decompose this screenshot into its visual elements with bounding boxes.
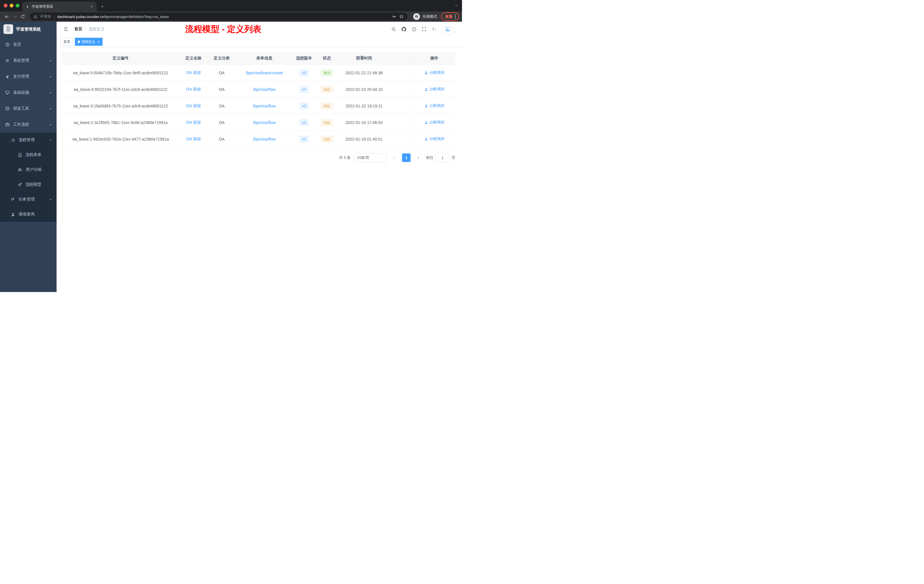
form-info-link[interactable]: /bpm/oa/flow [253,137,276,142]
sidebar-item-system-management[interactable]: 系统管理 [0,53,56,69]
url-text[interactable]: dashboard.yudao.iocoder.cn/bpm/manager/d… [57,15,389,19]
version-badge: v4 [299,86,309,93]
page-jump-input[interactable] [436,153,450,162]
prev-page-button[interactable] [390,153,399,162]
col-form-info: 表单信息 [236,52,293,64]
chevron-down-icon [49,91,52,94]
sidebar-item-task-management[interactable]: 任务管理 [0,192,56,207]
assign-rule-label: 分配规则 [429,87,444,92]
col-spacer [389,52,413,64]
breadcrumb-home[interactable]: 首页 [74,26,82,32]
sidebar-item-dev-tools[interactable]: 研发工具 [0,101,56,117]
user-avatar-menu[interactable] [442,24,457,35]
assign-rule-button[interactable]: 分配规则 [424,70,444,75]
page-size-select[interactable]: 10条/页 [354,153,386,162]
question-icon[interactable]: ? [412,27,417,32]
cell-spacer [389,81,413,98]
form-info-link[interactable]: /bpm/oa/leave/create [246,71,283,75]
svg-text:T: T [435,28,436,31]
sidebar-logo[interactable]: 芋道管理系统 [0,22,56,36]
definition-name-link[interactable]: OA 请假 [186,87,201,91]
fullscreen-icon[interactable] [422,27,426,31]
tag-process-definition[interactable]: 流程定义 [75,38,102,46]
sidebar-item-home[interactable]: 首页 [0,36,56,53]
address-bar[interactable]: 不安全 | dashboard.yudao.iocoder.cn/bpm/man… [30,13,408,21]
github-icon[interactable] [401,26,407,32]
form-info-link[interactable]: /bpm/oa/flow [253,120,276,125]
close-window-button[interactable] [4,4,7,7]
tab-search-chevron-icon[interactable] [455,4,458,7]
browser-toolbar: 不安全 | dashboard.yudao.iocoder.cn/bpm/man… [0,12,462,22]
page-unit-label: 页 [452,155,455,160]
sidebar-item-user-group[interactable]: 用户分组 [0,162,56,177]
sidebar-toggle-button[interactable] [62,25,70,33]
cell-definition-id: oa_leave:2:3c1f0ef1-76b1-11ec-9c66-a2380… [62,114,179,131]
chevron-down-icon [49,75,52,78]
new-tab-button[interactable] [98,3,106,11]
security-warning-icon[interactable] [33,15,38,18]
goto-label: 前往 [426,155,434,160]
next-page-button[interactable] [414,153,422,162]
incognito-indicator: 无痕模式 [413,13,437,20]
zoom-window-button[interactable] [16,4,20,7]
page-number-current[interactable]: 1 [402,153,411,162]
search-icon[interactable] [391,27,396,32]
svg-text:T: T [432,27,435,31]
key-icon[interactable] [392,14,396,19]
version-badge: v1 [299,136,309,143]
cell-spacer [389,64,413,81]
person-icon [424,71,428,74]
form-info-link[interactable]: /bpm/oa/flow [253,87,276,92]
assign-rule-button[interactable]: 分配规则 [424,103,444,108]
bookmark-star-icon[interactable] [399,14,404,19]
back-button[interactable] [3,13,11,21]
table-header-row: 定义编号 定义名称 定义分类 表单信息 流程版本 状态 部署时间 操作 [62,52,455,64]
incognito-spy-icon [413,13,420,20]
reload-button[interactable] [19,13,27,21]
security-label[interactable]: 不安全 [40,14,51,19]
definition-name-link[interactable]: OA 请假 [186,104,201,108]
chevron-up-icon [49,123,52,126]
assign-rule-button[interactable]: 分配规则 [424,87,444,92]
sidebar-item-process-model[interactable]: 流程模型 [0,177,56,192]
table-row: oa_leave:4:991f2193-7b7f-11ec-a3c8-acde4… [62,81,455,98]
sidebar-item-process-form[interactable]: 流程表单 [0,147,56,162]
cell-deploy-time: 2022-01-22 20:34:10 [338,81,389,98]
browser-tab[interactable]: 芋道管理系统 [22,2,97,12]
sidebar-item-label: 用户分组 [26,167,42,172]
logo-avatar [3,24,13,34]
caret-down-icon [381,156,384,159]
minimize-window-button[interactable] [10,4,13,7]
tag-home[interactable]: 首页 [61,38,73,46]
font-size-icon[interactable]: TT [431,26,437,32]
sidebar-item-workflow[interactable]: 工作流程 [0,117,56,133]
avatar [442,24,453,35]
more-dots-icon[interactable] [455,14,456,19]
sidebar-item-process-management[interactable]: 流程管理 [0,133,56,147]
tab-close-icon[interactable] [90,5,93,8]
assign-rule-button[interactable]: 分配规则 [424,136,444,142]
sidebar-item-leave-query[interactable]: 请假查询 [0,207,56,222]
person-icon [424,120,428,124]
definition-name-link[interactable]: OA 请假 [186,70,201,75]
version-badge: v2 [299,119,309,126]
sidebar-item-infrastructure[interactable]: 基础设施 [0,84,56,101]
dashboard-icon [5,42,10,47]
version-badge: v5 [299,69,309,76]
definition-name-link[interactable]: OA 请假 [186,137,201,141]
tag-close-icon[interactable] [97,41,100,43]
definition-name-link[interactable]: OA 请假 [186,120,201,125]
chevron-down-icon [49,107,52,110]
sidebar-item-payment-management[interactable]: ¥ 支付管理 [0,69,56,84]
chrome-update-button[interactable]: 更新 [441,12,459,21]
sidebar-item-label: 请假查询 [18,212,35,217]
sidebar-item-label: 任务管理 [18,197,35,202]
svg-text:?: ? [413,28,415,31]
chevron-down-icon [49,198,52,201]
forward-button[interactable] [11,13,19,21]
assign-rule-button[interactable]: 分配规则 [424,120,444,125]
person-icon [424,137,428,141]
form-info-link[interactable]: /bpm/oa/flow [253,104,276,108]
assign-rule-label: 分配规则 [429,103,444,108]
sidebar-item-label: 支付管理 [13,74,29,79]
